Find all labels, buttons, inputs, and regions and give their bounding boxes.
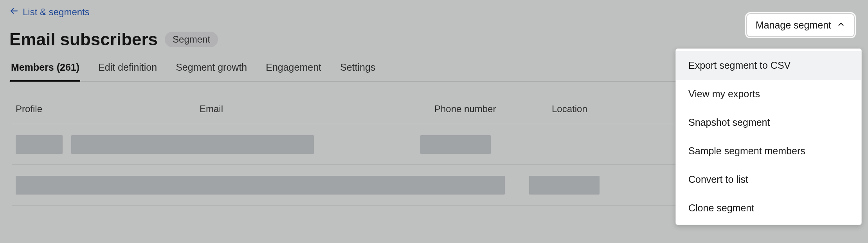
skeleton-block bbox=[16, 135, 63, 154]
segment-badge: Segment bbox=[165, 32, 218, 47]
breadcrumb-label: List & segments bbox=[23, 7, 90, 18]
menu-sample-members[interactable]: Sample segment members bbox=[676, 137, 861, 165]
column-header-location[interactable]: Location bbox=[552, 104, 689, 114]
tab-members[interactable]: Members (261) bbox=[10, 62, 80, 82]
tab-settings[interactable]: Settings bbox=[339, 62, 376, 82]
tab-edit-definition[interactable]: Edit definition bbox=[97, 62, 158, 82]
column-header-profile[interactable]: Profile bbox=[16, 104, 200, 114]
tab-engagement[interactable]: Engagement bbox=[265, 62, 322, 82]
page-title: Email subscribers bbox=[9, 30, 158, 49]
tab-segment-growth[interactable]: Segment growth bbox=[175, 62, 248, 82]
menu-export-csv[interactable]: Export segment to CSV bbox=[676, 51, 861, 80]
skeleton-block bbox=[529, 176, 600, 195]
manage-segment-label: Manage segment bbox=[756, 20, 831, 31]
menu-convert-to-list[interactable]: Convert to list bbox=[676, 165, 861, 194]
manage-segment-menu: Export segment to CSV View my exports Sn… bbox=[675, 48, 862, 225]
skeleton-block bbox=[71, 135, 314, 154]
menu-clone-segment[interactable]: Clone segment bbox=[676, 194, 861, 222]
column-header-email[interactable]: Email bbox=[200, 104, 434, 114]
menu-view-exports[interactable]: View my exports bbox=[676, 80, 861, 108]
skeleton-block bbox=[420, 135, 491, 154]
column-header-phone[interactable]: Phone number bbox=[434, 104, 552, 114]
menu-snapshot-segment[interactable]: Snapshot segment bbox=[676, 108, 861, 137]
skeleton-block bbox=[16, 176, 505, 195]
manage-segment-button[interactable]: Manage segment bbox=[746, 13, 855, 37]
arrow-left-icon bbox=[9, 6, 19, 18]
breadcrumb-back[interactable]: List & segments bbox=[9, 6, 90, 18]
chevron-up-icon bbox=[837, 20, 845, 31]
